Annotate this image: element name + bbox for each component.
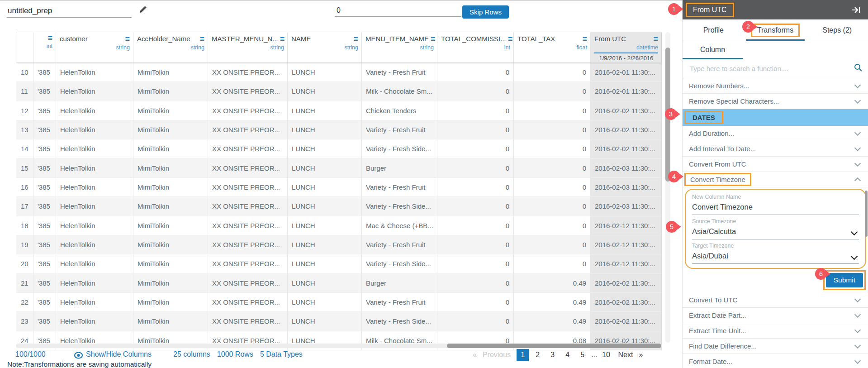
- timezone-select[interactable]: Asia/Calcutta: [692, 225, 859, 239]
- column-header-top: AccHolder_Name≡: [137, 35, 204, 43]
- column-menu-icon[interactable]: ≡: [353, 36, 358, 42]
- page-number[interactable]: 2: [531, 349, 544, 361]
- table-cell: LUNCH: [288, 159, 362, 177]
- function-item[interactable]: Extract Date Part...: [683, 308, 868, 323]
- tab-transforms[interactable]: Transforms: [745, 19, 806, 41]
- column-menu-icon[interactable]: ≡: [431, 36, 436, 42]
- table-summary: 25 columns1000 Rows5 Data Types: [173, 350, 303, 358]
- function-item[interactable]: Remove Special Characters...: [683, 94, 868, 109]
- next-button[interactable]: Next: [618, 351, 633, 359]
- table-cell: HelenTolkin: [56, 293, 133, 311]
- function-item[interactable]: Add Duration...: [683, 126, 868, 141]
- table-cell: LUNCH: [288, 139, 362, 158]
- horizontal-scrollbar-thumb[interactable]: [447, 344, 661, 348]
- select-chevron-icon[interactable]: [851, 229, 858, 236]
- chevron-down-icon[interactable]: [854, 357, 861, 363]
- chevron-up-icon[interactable]: [854, 177, 861, 183]
- panel-header: From UTC: [683, 0, 868, 19]
- chevron-down-icon[interactable]: [854, 311, 861, 317]
- skip-rows-input[interactable]: [335, 5, 461, 17]
- table-cell: Variety - Fresh Fruit: [362, 235, 437, 254]
- previous-arrow[interactable]: «: [473, 351, 477, 359]
- table-cell: 2016-02-02 11:30:...: [591, 101, 661, 120]
- function-item[interactable]: Extract Time Unit...: [683, 323, 868, 339]
- previous-button[interactable]: Previous: [483, 351, 511, 359]
- column-header-top: MASTER_MENU_N...≡: [212, 35, 284, 43]
- collapse-panel-icon[interactable]: [851, 6, 861, 14]
- chevron-down-icon[interactable]: [854, 97, 861, 103]
- function-item[interactable]: Remove Numbers...: [683, 78, 868, 94]
- function-search-input[interactable]: [689, 64, 854, 73]
- table-row: 18'385HelenTolkinMimiTolkinXX ONSITE PRE…: [16, 216, 661, 235]
- column-type: int: [441, 44, 510, 51]
- show-hide-columns-link[interactable]: Show/Hide Columns: [86, 350, 152, 358]
- eye-icon[interactable]: [74, 352, 83, 361]
- column-menu-icon[interactable]: ≡: [280, 36, 285, 42]
- page-number[interactable]: 4: [561, 349, 574, 361]
- chevron-down-icon[interactable]: [854, 144, 861, 151]
- column-menu-icon[interactable]: ≡: [125, 36, 130, 42]
- column-type: float: [517, 44, 587, 51]
- submit-row: Submit: [683, 270, 868, 292]
- form-field-value: Asia/Calcutta: [692, 227, 736, 235]
- function-label: Convert From UTC: [689, 160, 746, 168]
- table-cell: XX ONSITE PREOR...: [208, 120, 288, 139]
- search-icon[interactable]: [854, 63, 863, 74]
- chevron-down-icon[interactable]: [854, 296, 861, 302]
- table-row: 10'385HelenTolkinMimiTolkinXX ONSITE PRE…: [16, 62, 661, 81]
- tab-column[interactable]: Column: [683, 41, 743, 59]
- timezone-select[interactable]: Asia/Dubai: [692, 249, 859, 264]
- table-cell: 13: [16, 120, 33, 139]
- table-cell: 21: [16, 274, 33, 292]
- table-cell: 0: [437, 101, 514, 120]
- page-number[interactable]: 10: [600, 349, 612, 361]
- table-row: 23'385HelenTolkinMimiTolkinXX ONSITE PRE…: [16, 311, 661, 330]
- column-header: MASTER_MENU_N...≡string: [208, 32, 288, 62]
- page-number[interactable]: 3: [546, 349, 559, 361]
- column-menu-icon[interactable]: ≡: [582, 36, 587, 42]
- table-cell: Variety - Fresh Side...: [362, 139, 437, 158]
- function-item[interactable]: Convert To UTC: [683, 292, 868, 308]
- page-number[interactable]: 5: [576, 349, 588, 361]
- chevron-down-icon[interactable]: [854, 81, 861, 88]
- column-header: AccHolder_Name≡string: [133, 32, 208, 62]
- step-badge-5: 5: [666, 221, 678, 233]
- vertical-scrollbar[interactable]: [665, 32, 670, 343]
- function-item[interactable]: Convert Timezone: [683, 172, 868, 187]
- tab-steps[interactable]: Steps (2): [806, 19, 868, 41]
- column-menu-icon[interactable]: ≡: [508, 36, 513, 42]
- table-cell: MimiTolkin: [133, 178, 208, 196]
- column-menu-icon[interactable]: ≡: [199, 36, 204, 42]
- table-cell: XX ONSITE PREOR...: [208, 82, 288, 100]
- edit-pencil-icon[interactable]: [138, 5, 147, 17]
- prep-name-input[interactable]: [7, 5, 132, 18]
- function-item[interactable]: DATES: [683, 109, 868, 126]
- table-cell: 17: [16, 197, 33, 215]
- table-cell: '385: [33, 235, 56, 254]
- table-cell: 2016-02-12 11:30:...: [591, 216, 661, 235]
- table-cell: HelenTolkin: [56, 254, 133, 273]
- function-item[interactable]: Find Date Difference...: [683, 339, 868, 354]
- table-cell: 11: [16, 82, 33, 100]
- chevron-down-icon[interactable]: [854, 326, 861, 333]
- tab-profile[interactable]: Profile: [683, 19, 745, 41]
- function-item[interactable]: Add Interval To Date...: [683, 141, 868, 157]
- chevron-down-icon[interactable]: [854, 342, 861, 348]
- skip-rows-button[interactable]: Skip Rows: [462, 5, 509, 19]
- table-cell: MimiTolkin: [133, 293, 208, 311]
- submit-button[interactable]: Submit: [826, 273, 863, 287]
- new-column-name-input[interactable]: Convert Timezone: [692, 200, 859, 215]
- column-menu-icon[interactable]: ≡: [653, 36, 658, 42]
- table-cell: 18: [16, 216, 33, 235]
- column-name: MENU_ITEM_NAME: [365, 35, 429, 43]
- panel-scrollbar-thumb[interactable]: [865, 191, 868, 237]
- function-item[interactable]: Format Date...: [683, 354, 868, 368]
- chevron-down-icon[interactable]: [854, 129, 861, 135]
- select-chevron-icon[interactable]: [851, 253, 858, 260]
- column-menu-icon[interactable]: ≡: [47, 35, 52, 41]
- next-arrow[interactable]: »: [639, 351, 643, 359]
- horizontal-scrollbar[interactable]: [16, 344, 662, 348]
- function-item[interactable]: Convert From UTC: [683, 157, 868, 172]
- page-number[interactable]: 1: [517, 349, 529, 361]
- chevron-down-icon[interactable]: [854, 160, 861, 166]
